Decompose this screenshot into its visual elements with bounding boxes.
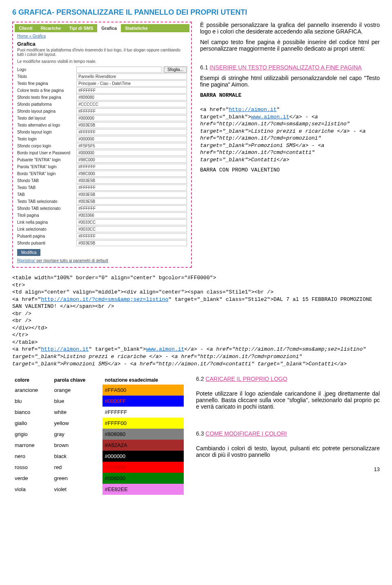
form-value-input[interactable]: #F5F5F5 (76, 143, 187, 149)
tab-ricariche[interactable]: Ricariche (37, 24, 65, 32)
section-title: 6 GRAFICA- PERSONALIZZARE IL PANNELLO DE… (12, 8, 380, 17)
color-table-row: rossored#FF0000 (12, 462, 184, 473)
form-row: Testo del layout#000000 (15, 115, 189, 122)
modifica-button[interactable]: Modifica (17, 249, 40, 256)
form-label: Sfondo layout login (17, 130, 76, 134)
code-line-9: </table> (12, 339, 380, 346)
color-table-row: neroblack#000000 (12, 451, 184, 462)
form-label: Link nella pagina (17, 220, 76, 225)
form-label: Testo login (17, 137, 76, 141)
form-value-input[interactable]: Principale - Ciao - Date\Time (76, 80, 187, 87)
intro-paragraph-2: Nel campo testo fine pagina è possibile … (200, 39, 380, 52)
form-value-input[interactable]: #FFFFFF (76, 108, 187, 114)
form-value-input[interactable]: #003E5B (76, 240, 187, 246)
page-number: 13 (196, 466, 380, 472)
form-row: Link nella pagina#0033CC (15, 219, 189, 226)
code-l4-pre: <a href=" (12, 296, 41, 303)
color-name: giallo (12, 418, 52, 429)
code-link-1[interactable]: http://aimon.it (229, 107, 276, 113)
code-line-8: </tr> (12, 331, 380, 339)
form-row: Testo fine paginaPrincipale - Ciao - Dat… (15, 80, 189, 87)
panel-subtext-1: Puoi modificare la piattaforma d'invio i… (15, 48, 189, 59)
form-value-input[interactable]: #000000 (76, 115, 187, 121)
form-value-input[interactable]: #003E5B (76, 178, 187, 184)
form-row: Bordo input User e Password#000000 (15, 149, 189, 156)
reset-link[interactable]: Ripristina! (17, 258, 35, 263)
panel-heading: Grafica (15, 40, 189, 48)
code-line-2: <tr> (12, 282, 380, 289)
form-value-input[interactable]: #0033CC (76, 226, 187, 232)
color-table-header-row: colore parola chiave notazione esadecima… (12, 376, 184, 385)
code-line-5: <br /> (12, 310, 380, 318)
logo-input[interactable] (76, 67, 162, 73)
tab-grafica[interactable]: Grafica (97, 24, 121, 32)
form-value-input[interactable]: #FFFFFF (76, 87, 187, 93)
col-parola: parola chiave (52, 376, 102, 385)
color-name: viola (12, 484, 52, 495)
form-label: Bordo "ENTRA" login (17, 171, 76, 176)
sub-title-6-2: CARICARE IL PROPRIO LOGO (205, 376, 287, 382)
color-keyword: red (52, 462, 102, 473)
code-l4-link[interactable]: http://aimon.it/?cmd=sms&amp;sez=listino (41, 296, 168, 303)
sub-num-6-1: 6.1 (200, 64, 209, 71)
subheading-6-3: 6.3 COME MODIFICARE I COLORI (196, 430, 380, 437)
color-hex-swatch: #EE82EE (102, 484, 184, 495)
form-label: TAB (17, 192, 76, 197)
form-row: Pulsanti pagina#FFFFFF (15, 233, 189, 240)
form-value-input[interactable]: #FFFFFF (76, 205, 187, 211)
sfoglia-button[interactable]: Sfoglia... (164, 67, 187, 73)
form-row: Testo alternativo al logo#003E5B (15, 122, 189, 129)
color-table: colore parola chiave notazione esadecima… (12, 376, 184, 495)
form-value-input[interactable]: #CCCCCC (76, 101, 187, 107)
color-keyword: brown (52, 440, 102, 451)
form-value-input[interactable]: #003366 (76, 212, 187, 218)
code-l10-text[interactable]: www.aimon.it (146, 346, 185, 352)
code-line-10: <a href="http://aimon.it" target="_blank… (12, 346, 380, 367)
form-label: Bordo input User e Password (17, 151, 76, 155)
color-table-row: verdegreen#008000 (12, 473, 184, 484)
form-value-input[interactable]: #0033CC (76, 219, 187, 225)
form-value-input[interactable]: #000000 (76, 150, 187, 156)
form-value-input[interactable]: #000000 (76, 136, 187, 142)
form-row: Testo login#000000 (15, 136, 189, 142)
form-value-input[interactable]: #FFFFFF (76, 185, 187, 191)
intro-paragraph-1: È possibile personalizzare la grafica de… (200, 22, 380, 35)
form-value-input[interactable]: #FFFFFF (76, 233, 187, 239)
form-row: Sfondo TAB selezionato#FFFFFF (15, 205, 189, 212)
code-text-1[interactable]: www.aimon.it (251, 114, 290, 120)
form-value-input[interactable]: #003E5B (76, 198, 187, 205)
form-label: Colore testo a fine pagina (17, 88, 76, 93)
col-hex: notazione esadecimale (102, 376, 184, 385)
form-label: Sfondo corpo login (17, 144, 76, 148)
form-value-input[interactable]: #808080 (76, 94, 187, 100)
form-value-input[interactable]: Pannello Rivenditore (76, 73, 187, 80)
form-value-input[interactable]: #FFFFFF (76, 164, 187, 170)
tab-tipi-sms[interactable]: Tipi di SMS (65, 24, 97, 32)
color-table-row: biancowhite#FFFFFF (12, 407, 184, 418)
form-value-input[interactable]: #003E5B (76, 122, 187, 128)
form-row: Sfondo layout login#FFFFFF (15, 129, 189, 136)
panel-subtext-2: Le modifiche saranno visibili in tempo r… (15, 59, 189, 66)
form-label: Titolo (17, 74, 76, 79)
breadcrumb[interactable]: Home » Grafica (15, 32, 189, 40)
form-value-input[interactable]: #98C000 (76, 157, 187, 163)
form-value-input[interactable]: #FFFFFF (76, 129, 187, 135)
form-label: Testo fine pagina (17, 81, 76, 86)
color-keyword: yellow (52, 418, 102, 429)
color-table-row: marronebrown#A52A2A (12, 440, 184, 451)
tab-statistiche[interactable]: Statistiche (121, 24, 152, 32)
form-row: Link selezionato#0033CC (15, 226, 189, 233)
tab-clienti[interactable]: Clienti (15, 24, 37, 32)
form-label: Link selezionato (17, 227, 76, 231)
form-label: Sfondo TAB (17, 178, 76, 183)
form-value-input[interactable]: #003E5B (76, 191, 187, 198)
color-table-row: arancioneorange#FFA500 (12, 385, 184, 396)
form-value-input[interactable]: #98C000 (76, 171, 187, 177)
color-name: bianco (12, 407, 52, 418)
sub-num-6-3: 6.3 (196, 430, 205, 437)
code-l10-link[interactable]: http://aimon.it (41, 346, 89, 352)
color-hex-swatch: #FFFF00 (102, 418, 184, 429)
form-label: Logo (17, 67, 76, 72)
form-row: Sfondo corpo login#F5F5F5 (15, 142, 189, 149)
form-row: Sfondo layout pagina#FFFFFF (15, 108, 189, 115)
